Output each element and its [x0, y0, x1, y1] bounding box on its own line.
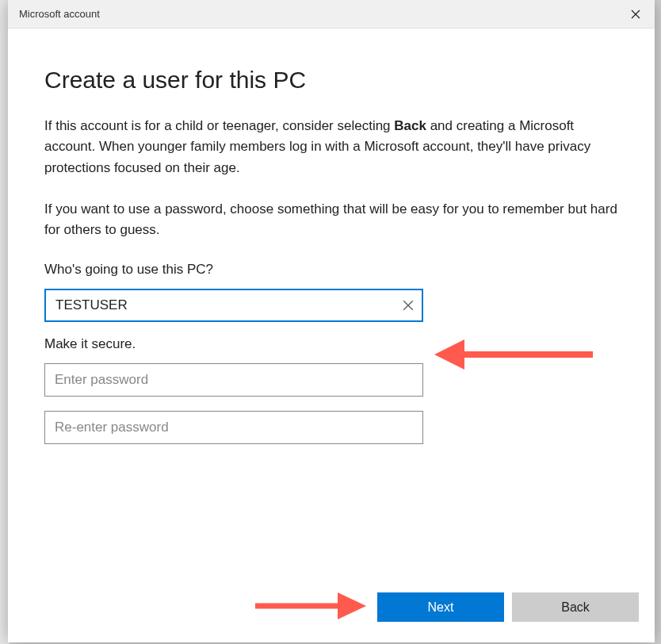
close-icon — [631, 10, 640, 19]
info-paragraph-2: If you want to use a password, choose so… — [44, 199, 618, 241]
username-label: Who's going to use this PC? — [44, 262, 618, 278]
password-input[interactable] — [44, 363, 423, 397]
account-dialog: Microsoft account Create a user for this… — [8, 0, 655, 642]
password-input-wrap — [44, 363, 423, 397]
clear-username-button[interactable] — [401, 298, 415, 312]
dialog-content: Create a user for this PC If this accoun… — [8, 29, 655, 581]
back-button[interactable]: Back — [512, 592, 639, 622]
close-button[interactable] — [626, 5, 645, 24]
annotation-arrow-next — [255, 588, 366, 623]
titlebar-title: Microsoft account — [19, 8, 100, 20]
username-input[interactable] — [44, 289, 423, 322]
svg-marker-3 — [338, 592, 366, 619]
para1-bold: Back — [394, 118, 426, 133]
titlebar: Microsoft account — [8, 0, 655, 29]
para1-pre: If this account is for a child or teenag… — [44, 118, 394, 133]
annotation-arrow-username — [434, 335, 593, 374]
username-input-wrap — [44, 289, 423, 322]
info-paragraph-1: If this account is for a child or teenag… — [44, 116, 618, 178]
next-button[interactable]: Next — [377, 592, 504, 622]
x-icon — [403, 300, 414, 311]
svg-marker-1 — [434, 339, 464, 370]
password2-input-wrap — [44, 411, 423, 444]
password-reenter-input[interactable] — [44, 411, 423, 444]
page-heading: Create a user for this PC — [44, 67, 618, 94]
